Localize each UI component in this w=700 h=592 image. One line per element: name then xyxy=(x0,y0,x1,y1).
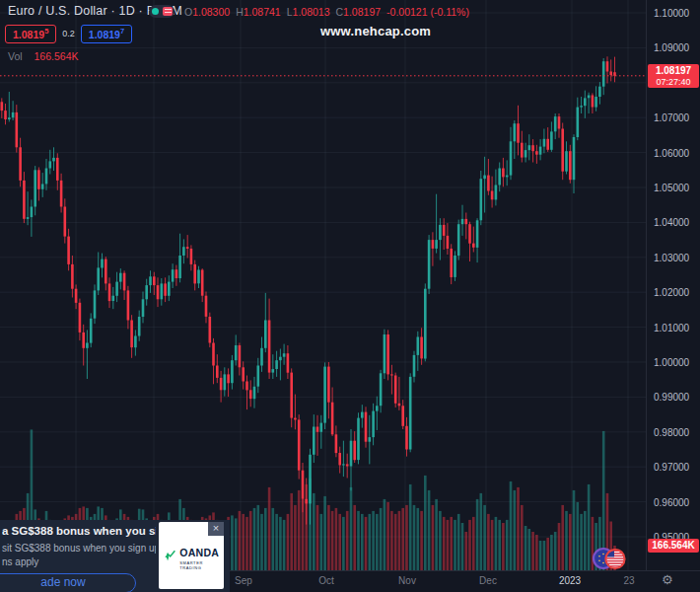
time-axis-label: 2023 xyxy=(559,575,581,586)
high-label: H xyxy=(236,6,244,18)
price-axis-label: 1.07000 xyxy=(654,112,689,123)
ad-terms: ns apply xyxy=(2,556,156,567)
oanda-candle-icon xyxy=(165,548,176,561)
price-axis-label: 1.05000 xyxy=(654,183,689,193)
price-axis-label: 0.99000 xyxy=(654,392,689,403)
quote-panel: 1.08195 0.2 1.08197 xyxy=(5,25,132,43)
time-axis-label: Nov xyxy=(398,575,416,586)
close-label: C xyxy=(336,6,344,18)
toggle-dot-icon xyxy=(152,8,159,15)
price-axis-label: 0.97000 xyxy=(654,462,689,473)
open-value: 1.08300 xyxy=(192,6,230,18)
ad-subtitle: sit SG$388 bonus when you sign up. xyxy=(2,543,156,554)
price-axis-label: 1.00000 xyxy=(654,357,689,368)
sell-bid-button[interactable]: 1.08195 xyxy=(5,25,56,43)
last-price-badge: 1.08197 07:27:40 xyxy=(648,64,699,88)
currency-pair-flags xyxy=(592,545,627,576)
change-value: -0.00121 (-0.11%) xyxy=(386,6,469,18)
toggle-menu-icon xyxy=(163,7,173,16)
last-price-value: 1.08197 xyxy=(648,64,699,77)
usd-flag-icon xyxy=(605,550,624,568)
candlestick-chart-canvas[interactable] xyxy=(0,0,646,570)
volume-value: 166.564K xyxy=(35,50,79,62)
price-axis-label: 1.02000 xyxy=(654,287,689,298)
axis-settings-gear-icon[interactable]: ⚙ xyxy=(662,572,673,587)
candles[interactable] xyxy=(0,56,616,524)
spread-value: 0.2 xyxy=(62,29,75,38)
volume-legend: Vol 166.564K xyxy=(8,50,79,62)
high-value: 1.08741 xyxy=(244,6,281,18)
low-value: 1.08013 xyxy=(293,6,330,18)
bar-countdown: 07:27:40 xyxy=(648,77,699,88)
price-axis-label: 1.01000 xyxy=(654,323,689,333)
time-axis-label: Sep xyxy=(235,575,252,586)
ad-close-icon[interactable]: × xyxy=(208,522,224,536)
oanda-logo: OANDA SMARTER TRADING xyxy=(165,548,224,570)
price-axis-label: 0.98000 xyxy=(654,427,689,438)
trade-now-button[interactable]: ade now xyxy=(0,573,136,592)
time-axis-label: Dec xyxy=(479,575,497,586)
oanda-tagline: SMARTER TRADING xyxy=(179,560,224,570)
price-axis-label: 1.09000 xyxy=(654,42,689,53)
trading-chart-app: Euro / U.S. Dollar · 1D · FXCM O1.08300H… xyxy=(0,0,700,592)
ad-brand-card[interactable]: × OANDA SMARTER TRADING xyxy=(159,522,224,589)
price-axis-label: 1.04000 xyxy=(654,217,689,228)
price-axis[interactable]: 1.100001.090001.070001.060001.050001.040… xyxy=(646,0,700,570)
price-axis-label: 1.06000 xyxy=(654,148,689,159)
price-axis-label: 0.96000 xyxy=(654,497,689,508)
ad-title: a SG$388 bonus when you sign up. xyxy=(2,525,156,537)
time-axis-label: Oct xyxy=(318,575,334,586)
watermark: www.nehcap.com xyxy=(320,24,431,38)
open-label: O xyxy=(184,6,192,18)
volume-badge: 166.564K xyxy=(648,539,699,553)
volume-label: Vol xyxy=(8,50,23,62)
price-axis-label: 1.03000 xyxy=(654,253,689,263)
close-value: 1.08197 xyxy=(343,6,381,18)
oanda-wordmark: OANDA xyxy=(179,548,224,558)
buy-sell-toggle[interactable] xyxy=(149,5,175,18)
buy-ask-button[interactable]: 1.08197 xyxy=(81,25,132,43)
price-axis-label: 1.10000 xyxy=(654,8,689,19)
ohlc-legend: O1.08300H1.08741L1.08013C1.08197-0.00121… xyxy=(184,6,469,18)
time-axis-label: 23 xyxy=(623,575,634,586)
